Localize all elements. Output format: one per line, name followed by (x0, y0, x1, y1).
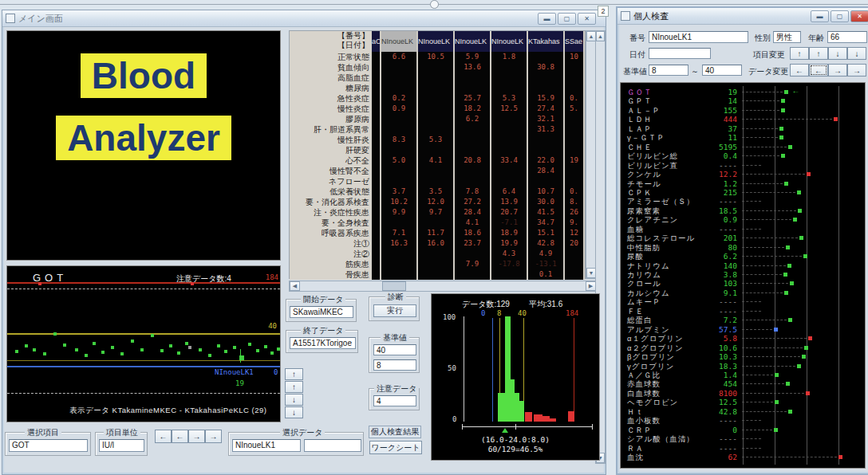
personal-list-item[interactable]: γ－ＧＴＰ11 (621, 133, 865, 142)
table-cell[interactable] (455, 145, 491, 155)
table-cell[interactable]: 0.1 (528, 269, 565, 280)
table-cell[interactable]: 15.1 (528, 228, 565, 238)
table-cell[interactable]: 30.8 (528, 62, 565, 73)
table-cell[interactable]: 10.5 (418, 52, 455, 62)
selected-data-input[interactable]: NInoueLK1 (232, 439, 301, 452)
table-cell[interactable] (372, 73, 381, 83)
table-column-header[interactable]: KTakahas (528, 31, 565, 52)
table-row[interactable]: 正常状態6.610.55.91.810 (290, 52, 585, 62)
table-cell[interactable] (491, 145, 528, 155)
data-change-right-2[interactable]: → (847, 64, 866, 77)
personal-list-item[interactable]: ビリルビン総0.4 (621, 151, 865, 160)
table-cell[interactable] (455, 249, 491, 259)
table-cell[interactable]: 7.1 (381, 228, 418, 238)
table-cell[interactable]: 10.7 (528, 186, 565, 197)
table-cell[interactable]: 18.2 (455, 104, 491, 114)
table-cell[interactable] (528, 145, 565, 155)
table-cell[interactable]: 5.0 (381, 155, 418, 166)
selected-data-input-2[interactable] (304, 439, 361, 452)
table-column-header[interactable]: NInoueLK (418, 31, 455, 52)
reference-high-input[interactable]: 40 (702, 65, 742, 76)
table-cell[interactable]: 4.1 (418, 155, 455, 166)
table-column-header[interactable]: NInoueLK (381, 31, 418, 52)
table-cell[interactable] (491, 176, 528, 186)
table-cell[interactable]: 26 (565, 207, 585, 218)
table-row[interactable]: 注・炎症性疾患9.99.728.420.741.526 (290, 207, 585, 218)
table-cell[interactable] (372, 155, 381, 166)
table-cell[interactable] (372, 218, 381, 228)
table-cell[interactable]: 12.5 (491, 104, 528, 114)
item-down-button-2[interactable]: ↓ (285, 406, 303, 418)
table-cell[interactable] (372, 228, 381, 238)
table-row[interactable]: 要・消化器系検査10.212.027.213.930.08. (290, 197, 585, 207)
selected-item-input[interactable]: GOT (9, 439, 88, 452)
table-row[interactable]: 慢性肝炎8.35.3 (290, 135, 585, 145)
table-cell[interactable]: -7.1 (491, 218, 528, 228)
table-cell[interactable]: 5.3 (491, 93, 528, 104)
table-cell[interactable] (418, 176, 455, 186)
table-cell[interactable]: 10.2 (381, 197, 418, 207)
personal-list-item[interactable]: ナトリウム140 (621, 261, 865, 270)
table-row[interactable]: 骨疾患0.1 (290, 269, 585, 280)
table-cell[interactable] (491, 269, 528, 280)
table-cell[interactable] (418, 269, 455, 280)
table-cell[interactable]: 12 (565, 228, 585, 238)
table-cell[interactable] (491, 73, 528, 83)
table-cell[interactable]: 10 (565, 52, 585, 62)
table-cell[interactable]: 25.7 (455, 93, 491, 104)
table-cell[interactable]: 11.7 (418, 228, 455, 238)
table-cell[interactable] (565, 73, 585, 83)
table-row[interactable]: 膠原病6.232.1 (290, 114, 585, 124)
personal-list-item[interactable]: α１グロブリン5.8 (621, 334, 865, 343)
table-cell[interactable] (491, 114, 528, 124)
data-right-button-1[interactable]: → (188, 430, 205, 443)
personal-list-item[interactable]: 血糖---- (621, 225, 865, 234)
item-up-button-1[interactable]: ↑ (285, 368, 303, 380)
table-cell[interactable]: 6.4 (491, 186, 528, 197)
table-row[interactable]: 慢性炎症0.918.212.527.45. (290, 104, 585, 114)
table-cell[interactable] (565, 83, 585, 93)
table-cell[interactable] (455, 83, 491, 93)
table-cell[interactable]: 5.9 (455, 52, 491, 62)
personal-list-item[interactable]: クンケル12.2 (621, 170, 865, 179)
table-cell[interactable]: 27.4 (528, 104, 565, 114)
table-cell[interactable] (565, 135, 585, 145)
table-row[interactable]: 貧血傾向13.630.8 (290, 62, 585, 73)
table-cell[interactable]: 33.4 (491, 155, 528, 166)
table-cell[interactable] (455, 135, 491, 145)
personal-list-item[interactable]: 尿酸6.2 (621, 252, 865, 261)
table-cell[interactable] (418, 259, 455, 269)
table-cell[interactable]: 18.6 (455, 228, 491, 238)
table-cell[interactable]: 9.9 (381, 207, 418, 218)
table-row[interactable]: 急性炎症0.225.75.315.90. (290, 93, 585, 104)
table-cell[interactable]: -13.1 (528, 259, 565, 269)
personal-list-item[interactable]: 総蛋白7.2 (621, 316, 865, 324)
table-cell[interactable] (381, 124, 418, 135)
table-cell[interactable]: 9.7 (418, 207, 455, 218)
table-cell[interactable] (381, 176, 418, 186)
table-cell[interactable] (381, 259, 418, 269)
table-cell[interactable] (418, 145, 455, 155)
table-cell[interactable] (372, 249, 381, 259)
table-cell[interactable]: 6.6 (381, 52, 418, 62)
table-scroll-left-icon[interactable]: ◀ (290, 281, 300, 291)
table-cell[interactable]: 28.4 (528, 166, 565, 176)
table-cell[interactable] (372, 124, 381, 135)
personal-list-item[interactable]: ＡＬ－Ｐ155 (621, 106, 865, 115)
personal-list-item[interactable]: ＲＡ---- (621, 444, 865, 453)
personal-list-item[interactable]: 総コレステロール201 (621, 234, 865, 242)
table-cell[interactable]: 19 (565, 155, 585, 166)
personal-list-item[interactable]: ＣＰＫ215 (621, 188, 865, 197)
data-change-right-1[interactable]: → (828, 64, 847, 77)
table-cell[interactable]: 16.0 (418, 238, 455, 249)
table-cell[interactable] (372, 166, 381, 176)
table-cell[interactable]: 20 (565, 238, 585, 249)
data-change-left-2[interactable]: ← (809, 64, 828, 77)
table-cell[interactable] (372, 176, 381, 186)
personal-list-item[interactable]: 赤血球数454 (621, 379, 865, 388)
personal-list-item[interactable]: アミラーゼ（Ｓ）---- (621, 197, 865, 206)
reference-lower-input[interactable]: 8 (373, 359, 416, 371)
table-cell[interactable] (381, 62, 418, 73)
table-row[interactable]: 肝・胆道系異常31.3 (290, 124, 585, 135)
table-row[interactable]: 糖尿病 (290, 83, 585, 93)
